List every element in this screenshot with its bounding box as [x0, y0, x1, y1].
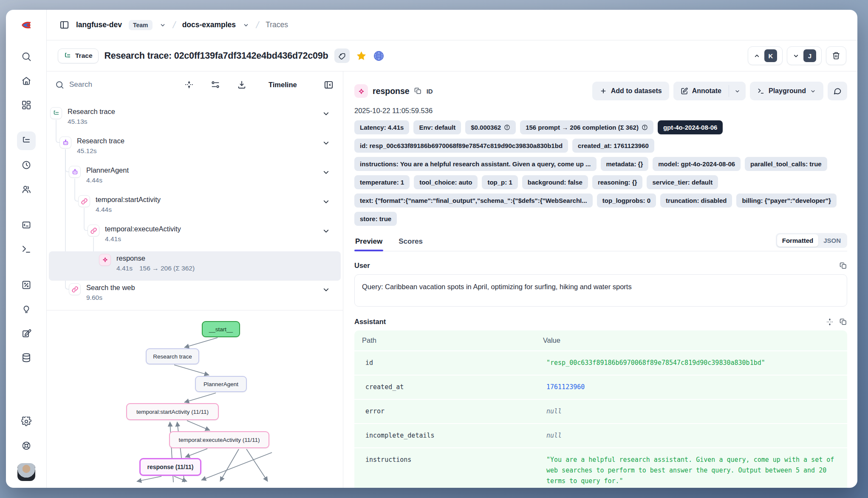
add-to-datasets-button[interactable]: Add to datasets	[592, 82, 669, 100]
traces-icon[interactable]	[17, 131, 36, 150]
graph-node-temporal-startactivity-11-11-[interactable]: temporal:startActivity (11/11)	[126, 403, 219, 420]
observation-badge: top_p: 1	[482, 175, 517, 189]
graph-node-planneragent[interactable]: PlannerAgent	[195, 376, 247, 392]
content-area: Timeline Research trace45.13sResearch tr…	[47, 71, 857, 488]
json-value: "resp_00c633f89186b6970068f89e78547c819d…	[546, 358, 840, 368]
annotation-icon[interactable]	[17, 324, 36, 343]
observation-timestamp: 2025-10-22 11:05:59.536	[354, 107, 847, 115]
home-icon[interactable]	[17, 71, 36, 90]
user-avatar[interactable]	[17, 463, 35, 481]
sliders-icon[interactable]	[211, 80, 220, 89]
delete-trace-button[interactable]	[826, 46, 846, 65]
database-icon[interactable]	[17, 348, 36, 367]
observation-badge: tool_choice: auto	[414, 175, 478, 189]
tree-item-search-the-web[interactable]: Search the web9.60s	[47, 281, 343, 310]
user-heading: User	[354, 262, 370, 270]
sidebar	[6, 10, 47, 488]
id-label[interactable]: ID	[427, 88, 433, 95]
copy-user-icon[interactable]	[840, 262, 847, 270]
tree-item-research-trace[interactable]: Research trace45.13s	[47, 105, 343, 134]
tag-icon[interactable]	[334, 48, 350, 63]
format-formatted-option[interactable]: Formatted	[777, 234, 818, 247]
support-icon[interactable]	[17, 436, 36, 455]
panel-toggle-icon[interactable]	[59, 20, 69, 30]
chevron-down-icon[interactable]	[322, 198, 330, 208]
evals-icon[interactable]	[17, 276, 36, 294]
search-input[interactable]	[69, 80, 163, 89]
chevron-down-icon[interactable]	[322, 139, 330, 149]
download-icon[interactable]	[237, 80, 246, 89]
tree-search	[55, 80, 183, 89]
app-window: langfuse-dev Team / docs-examples / Trac…	[6, 10, 857, 488]
tree-item-duration: 45.12s	[77, 146, 124, 156]
langfuse-logo[interactable]	[6, 10, 46, 40]
playground-button[interactable]: Playground	[750, 82, 823, 100]
clock-icon[interactable]	[17, 156, 36, 174]
breadcrumb-org[interactable]: langfuse-dev	[76, 20, 122, 29]
graph-node--start-[interactable]: __start__	[202, 321, 240, 337]
detail-tabs: Preview Scores Formatted JSON	[354, 233, 847, 251]
observation-badge: Env: default	[413, 120, 461, 134]
format-json-option[interactable]: JSON	[818, 234, 846, 247]
globe-icon[interactable]	[373, 50, 385, 62]
chevron-down-icon[interactable]	[322, 110, 330, 120]
annotate-button[interactable]: Annotate	[673, 82, 729, 100]
page-title: Research trace: 02c0ff139fa7df3142e4bd43…	[105, 51, 328, 61]
io-preview[interactable]: User Query: Caribbean vacation spots in …	[354, 258, 847, 488]
observation-badge: top_logprobs: 0	[597, 194, 656, 208]
observation-badge: metadata: {}	[601, 157, 649, 171]
expand-vertical-icon[interactable]	[826, 318, 834, 326]
tree-toolbar-icons	[184, 80, 246, 89]
prompts-icon[interactable]	[17, 216, 36, 234]
observation-header: response ID Add to datasets	[354, 82, 847, 100]
prev-trace-button[interactable]: K	[748, 46, 783, 65]
observation-actions: Add to datasets Annotate	[592, 82, 847, 100]
tree-item-temporal-startactivity[interactable]: temporal:startActivity4.44s	[47, 193, 343, 222]
chevron-down-icon[interactable]	[322, 227, 330, 237]
observation-detail-panel: response ID Add to datasets	[343, 71, 857, 488]
lightbulb-icon[interactable]	[17, 300, 36, 319]
annotate-dropdown-button[interactable]	[729, 82, 746, 100]
users-icon[interactable]	[17, 180, 36, 199]
tree-item-label: Search the web	[86, 282, 135, 293]
copy-id-icon[interactable]	[414, 87, 422, 95]
terminal-icon[interactable]	[17, 240, 36, 259]
tab-preview[interactable]: Preview	[354, 237, 383, 251]
tree-item-planneragent[interactable]: PlannerAgent4.44s	[47, 163, 343, 193]
user-section-header: User	[354, 262, 847, 270]
desktop-background: langfuse-dev Team / docs-examples / Trac…	[0, 0, 868, 498]
gear-icon[interactable]	[17, 412, 36, 431]
copy-assistant-icon[interactable]	[840, 318, 847, 326]
observation-badge: instructions: You are a helpful research…	[354, 157, 597, 171]
chevron-down-icon[interactable]	[322, 168, 330, 178]
fold-vertical-icon[interactable]	[184, 80, 194, 89]
timeline-toggle[interactable]: Timeline	[269, 81, 297, 89]
tree-item-response[interactable]: response4.41s156 → 206 (Σ 362)	[49, 251, 341, 281]
graph-node-response-11-11-[interactable]: response (11/11)	[139, 458, 201, 476]
tree-item-temporal-executeactivity[interactable]: temporal:executeActivity4.41s	[47, 222, 343, 251]
graph-node-research-trace[interactable]: Research trace	[146, 348, 199, 364]
link-icon	[78, 195, 90, 207]
panel-left-close-icon[interactable]	[324, 80, 334, 90]
breadcrumb-page[interactable]: Traces	[266, 20, 288, 29]
tree-item-research-trace[interactable]: Research trace45.12s	[47, 134, 343, 163]
chat-bubble-icon	[833, 87, 842, 95]
observation-badge: id: resp_00c633f89186b6970068f89e78547c8…	[354, 139, 568, 153]
star-icon[interactable]	[356, 50, 367, 62]
observation-badge: created_at: 1761123960	[572, 139, 654, 153]
graph-node-temporal-executeactivity-11-11-[interactable]: temporal:executeActivity (11/11)	[169, 431, 269, 448]
tab-scores[interactable]: Scores	[398, 237, 424, 251]
dashboard-icon[interactable]	[17, 96, 36, 114]
project-switcher-chevron-icon[interactable]	[243, 22, 249, 28]
agent-graph: __start__Research tracePlannerAgenttempo…	[47, 310, 343, 488]
observation-badge: $0.000362	[465, 120, 516, 134]
chevron-down-icon[interactable]	[322, 286, 330, 296]
org-switcher-chevron-icon[interactable]	[159, 22, 166, 28]
breadcrumb-project[interactable]: docs-examples	[182, 20, 236, 29]
observation-badge: billing: {"payer":"developer"}	[736, 194, 836, 208]
comment-button[interactable]	[828, 82, 847, 100]
search-icon[interactable]	[17, 47, 36, 66]
sidebar-bottom	[17, 412, 36, 488]
json-key: instructions	[365, 455, 546, 487]
next-trace-button[interactable]: J	[787, 46, 822, 65]
